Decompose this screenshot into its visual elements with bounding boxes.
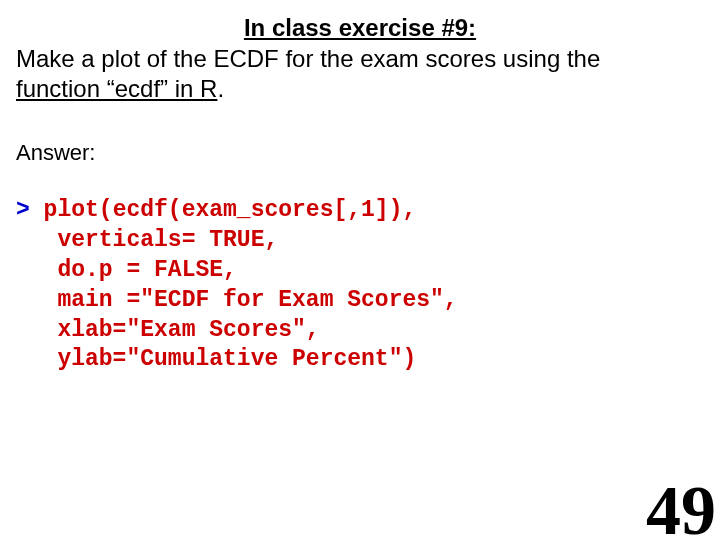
exercise-title: In class exercise #9: [16, 14, 704, 42]
prompt-line-1: Make a plot of the ECDF for the exam sco… [16, 45, 600, 72]
answer-label: Answer: [16, 140, 704, 166]
slide-content: In class exercise #9: Make a plot of the… [0, 0, 720, 375]
prompt-line-2b: . [217, 75, 224, 102]
code-line-1: plot(ecdf(exam_scores[,1]), [30, 197, 416, 223]
code-line-2: verticals= TRUE, [16, 227, 278, 253]
page-number: 49 [646, 476, 716, 540]
code-line-5: xlab="Exam Scores", [16, 317, 320, 343]
exercise-prompt: Make a plot of the ECDF for the exam sco… [16, 44, 704, 104]
code-prompt-char: > [16, 197, 30, 223]
code-line-3: do.p = FALSE, [16, 257, 237, 283]
code-block: > plot(ecdf(exam_scores[,1]), verticals=… [16, 196, 704, 375]
prompt-line-2a: function “ecdf” in R [16, 75, 217, 102]
code-line-6: ylab="Cumulative Percent") [16, 346, 416, 372]
code-line-4: main ="ECDF for Exam Scores", [16, 287, 458, 313]
